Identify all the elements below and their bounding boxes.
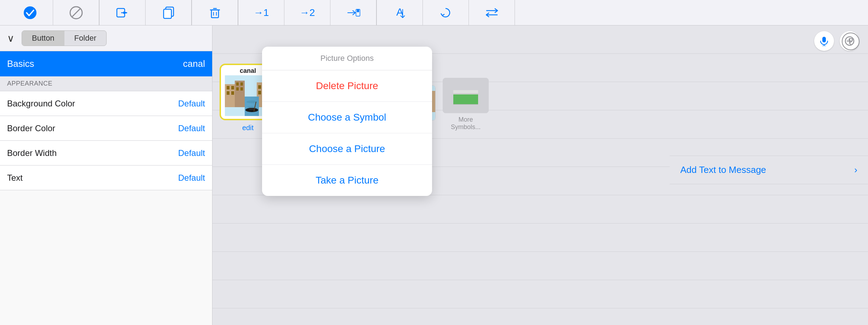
sort-toolbar-item[interactable]: A	[377, 0, 423, 25]
button-tab[interactable]: Button	[22, 31, 64, 46]
border-color-value: Default	[178, 123, 205, 133]
refresh-toolbar-item[interactable]	[423, 0, 469, 25]
main-content: ∨ Button Folder Basics canal APPEARANCE …	[0, 25, 868, 325]
delete-picture-item[interactable]: Delete Picture	[262, 70, 432, 102]
right-panel: ?	[212, 25, 868, 325]
basics-row[interactable]: Basics canal	[0, 51, 212, 76]
svg-point-0	[24, 6, 36, 19]
svg-rect-14	[357, 9, 359, 12]
sidebar: ∨ Button Folder Basics canal APPEARANCE …	[0, 25, 212, 325]
choose-picture-item[interactable]: Choose a Picture	[262, 133, 432, 165]
arrow1-toolbar-item[interactable]: →1	[238, 0, 284, 25]
svg-rect-6	[164, 9, 171, 18]
choose-symbol-item[interactable]: Choose a Symbol	[262, 102, 432, 133]
text-label: Text	[7, 173, 23, 183]
background-color-label: Background Color	[7, 99, 75, 109]
svg-rect-7	[211, 10, 219, 18]
trash-toolbar-item[interactable]	[192, 0, 238, 25]
checkmark-toolbar-item[interactable]	[7, 0, 53, 25]
background-color-row[interactable]: Background Color Default	[0, 91, 212, 116]
border-width-value: Default	[178, 148, 205, 158]
background-color-value: Default	[178, 99, 205, 109]
popup-title: Picture Options	[262, 47, 432, 70]
border-color-label: Border Color	[7, 123, 55, 133]
picture-options-popup: Picture Options Delete Picture Choose a …	[262, 47, 432, 196]
swap-toolbar-item[interactable]	[469, 0, 515, 25]
popup-overlay: Picture Options Delete Picture Choose a …	[212, 25, 868, 325]
svg-line-2	[72, 9, 80, 17]
no-symbol-toolbar-item[interactable]	[53, 0, 99, 25]
segmented-control: Button Folder	[22, 30, 107, 46]
appearance-section-header: APPEARANCE	[0, 76, 212, 91]
basics-value: canal	[183, 58, 205, 69]
exit-toolbar-item[interactable]	[100, 0, 146, 25]
toolbar: →1 →2 A	[0, 0, 868, 25]
border-width-row[interactable]: Border Width Default	[0, 141, 212, 166]
arrow2-toolbar-item[interactable]: →2	[284, 0, 330, 25]
arrow-save-toolbar-item[interactable]	[330, 0, 376, 25]
basics-label: Basics	[7, 58, 34, 69]
border-width-label: Border Width	[7, 148, 57, 158]
copy-toolbar-item[interactable]	[146, 0, 192, 25]
sidebar-chevron-icon[interactable]: ∨	[7, 33, 15, 44]
text-row[interactable]: Text Default	[0, 166, 212, 190]
take-picture-item[interactable]: Take a Picture	[262, 165, 432, 196]
border-color-row[interactable]: Border Color Default	[0, 116, 212, 141]
folder-tab[interactable]: Folder	[64, 31, 106, 46]
sidebar-header: ∨ Button Folder	[0, 25, 212, 51]
text-value: Default	[178, 173, 205, 183]
